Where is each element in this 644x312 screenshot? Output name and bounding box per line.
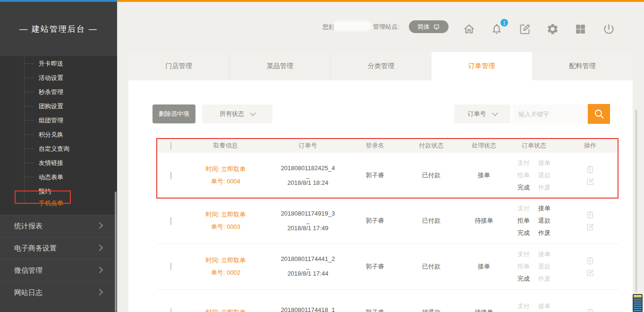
sidebar-section-statistics[interactable]: 统计报表 xyxy=(0,215,117,237)
sidebar-scrollbar[interactable] xyxy=(115,191,117,312)
power-logout-icon[interactable] xyxy=(601,21,617,37)
tab-label: 菜品管理 xyxy=(267,62,293,70)
col-order-no: 订单号 xyxy=(267,141,348,150)
action-complete[interactable]: 完成 xyxy=(517,227,530,239)
home-icon[interactable] xyxy=(461,21,477,37)
delete-selected-button[interactable]: 删除选中项 xyxy=(153,104,195,123)
chevron-down-icon xyxy=(250,110,256,116)
order-status-actions: 支付 接单 拒单 退款 完成 作废 xyxy=(507,202,561,239)
sidebar-section-label: 微信管理 xyxy=(14,266,42,275)
action-accept[interactable]: 接单 xyxy=(538,202,551,215)
sidebar-sections: 统计报表 电子商务设置 微信管理 网站日志 xyxy=(0,215,117,312)
notifications-bell-icon[interactable]: 1 xyxy=(489,21,505,37)
table-row: 时间: 立即取单 单号: 0004 20180801182425_4 _ 201… xyxy=(157,153,619,198)
sidebar-item-label: 友情链接 xyxy=(39,159,63,167)
sidebar-section-ecommerce[interactable]: 电子商务设置 xyxy=(0,237,117,259)
sidebar-item-points-exchange[interactable]: 积分兑换 xyxy=(0,128,117,142)
settings-gear-icon[interactable] xyxy=(544,21,560,37)
tab-category-manage[interactable]: 分类管理 xyxy=(330,52,431,80)
pickup-ticket: 单号: 0004 xyxy=(184,175,267,188)
row-checkbox[interactable] xyxy=(170,308,171,312)
row-checkbox[interactable] xyxy=(170,217,171,225)
clipboard-detail-icon[interactable] xyxy=(586,256,594,265)
chevron-right-icon xyxy=(96,222,103,229)
apps-grid-icon[interactable] xyxy=(572,21,588,37)
pickup-info: 时间: 立即取单 单号: 0004 xyxy=(184,163,267,188)
clipboard-detail-icon[interactable] xyxy=(586,165,594,174)
language-label: 简体 xyxy=(417,23,430,31)
edit-order-icon[interactable] xyxy=(586,269,594,277)
pickup-ticket: 单号: 0002 xyxy=(184,267,267,279)
tab-ingredient-manage[interactable]: 配料管理 xyxy=(532,52,633,80)
edit-order-icon[interactable] xyxy=(586,177,594,186)
action-pay[interactable]: 支付 xyxy=(517,202,530,215)
action-complete[interactable]: 完成 xyxy=(517,182,530,194)
page-scrollbar[interactable] xyxy=(635,110,637,292)
clipboard-detail-icon[interactable] xyxy=(586,308,594,312)
sidebar-item-team-manage[interactable]: 组团管理 xyxy=(0,113,117,128)
col-login-name: 登录名 xyxy=(348,141,401,150)
action-pay[interactable]: 支付 xyxy=(517,300,530,312)
monitor-icon xyxy=(433,24,440,30)
action-refund[interactable]: 退款 xyxy=(538,260,551,273)
search-input[interactable] xyxy=(513,104,588,123)
process-status: 待接单 xyxy=(461,217,507,225)
row-checkbox[interactable] xyxy=(170,262,171,270)
edit-compose-icon[interactable] xyxy=(517,21,533,37)
pickup-time: 时间: 立即取单 xyxy=(184,163,267,175)
action-accept[interactable]: 接单 xyxy=(538,157,551,169)
sidebar-item-label: 组团管理 xyxy=(39,116,63,125)
action-refund[interactable]: 退款 xyxy=(538,169,551,182)
sidebar-item-friend-links[interactable]: 友情链接 xyxy=(0,156,117,170)
process-status: 接单 xyxy=(461,262,507,271)
action-reject[interactable]: 拒单 xyxy=(517,215,530,227)
tree-tick xyxy=(24,134,34,135)
action-reject[interactable]: 拒单 xyxy=(517,260,530,273)
clipboard-detail-icon[interactable] xyxy=(586,210,594,219)
sidebar-item-group-buy[interactable]: 团购设置 xyxy=(0,99,117,113)
tab-dish-manage[interactable]: 菜品管理 xyxy=(229,52,330,80)
sidebar-item-dynamic-forms[interactable]: 动态表单 xyxy=(0,170,117,184)
sidebar-item-custom-query[interactable]: 自定义查询 xyxy=(0,142,117,156)
sidebar-item-activity-settings[interactable]: 活动设置 xyxy=(0,71,117,85)
action-void[interactable]: 作废 xyxy=(538,227,551,239)
tab-order-manage[interactable]: 订单管理 xyxy=(432,52,532,80)
edit-order-icon[interactable] xyxy=(586,223,594,231)
username-redacted xyxy=(333,21,372,31)
sidebar-item-label: 团购设置 xyxy=(39,102,63,111)
action-accept[interactable]: 接单 xyxy=(538,248,551,260)
search-button[interactable] xyxy=(588,104,610,124)
search-field-select[interactable]: 订单号 xyxy=(454,104,510,123)
action-accept[interactable]: 接单 xyxy=(538,300,551,312)
action-refund[interactable]: 退款 xyxy=(538,215,551,227)
search-icon xyxy=(593,108,605,120)
order-date: 2018/8/1 18:24 xyxy=(267,178,348,188)
sidebar-item-card-gift[interactable]: 升卡即送 xyxy=(0,57,117,71)
sidebar-item-flash-sale[interactable]: 秒杀管理 xyxy=(0,85,117,99)
tree-tick xyxy=(24,106,34,106)
pickup-info: 时间: 立即取单 单号: 0002 xyxy=(184,254,267,279)
floating-widget[interactable] xyxy=(633,294,643,312)
tab-store-manage[interactable]: 门店管理 xyxy=(128,52,229,80)
action-void[interactable]: 作废 xyxy=(538,182,551,194)
select-all-checkbox[interactable] xyxy=(170,142,171,150)
col-order-status: 订单状态 xyxy=(507,141,561,150)
action-pay[interactable]: 支付 xyxy=(517,248,530,260)
login-name: 郭子睿 xyxy=(348,217,401,225)
action-void[interactable]: 作废 xyxy=(538,273,551,285)
action-complete[interactable]: 完成 xyxy=(517,273,530,285)
sidebar-item-label: 动态表单 xyxy=(39,173,63,182)
row-checkbox[interactable] xyxy=(170,172,171,180)
content-card: 门店管理 菜品管理 分类管理 订单管理 配料管理 删除选中项 所有状态 订单号 … xyxy=(128,52,633,312)
language-site-button[interactable]: 简体 xyxy=(409,20,449,33)
order-status-actions: 支付 接单 拒单 退款 xyxy=(507,300,561,312)
order-no-wrap: _ xyxy=(267,219,348,223)
sidebar-section-site-log[interactable]: 网站日志 xyxy=(0,281,117,303)
sidebar-item-mobile-ordering[interactable]: 手机点单 xyxy=(0,196,117,210)
action-pay[interactable]: 支付 xyxy=(517,157,530,169)
status-filter-select[interactable]: 所有状态 xyxy=(202,104,272,123)
search-field-value: 订单号 xyxy=(468,110,486,118)
app-logo: — 建站管理后台 — xyxy=(0,2,117,56)
sidebar-section-wechat[interactable]: 微信管理 xyxy=(0,259,117,281)
action-reject[interactable]: 拒单 xyxy=(517,169,530,182)
